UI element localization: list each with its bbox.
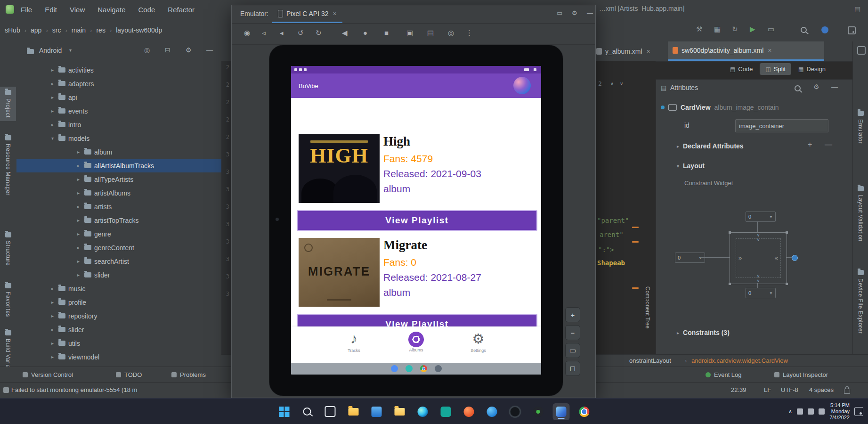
tool-button-problems[interactable]: Problems [171, 367, 206, 383]
margin-top-select[interactable]: 0 ▼ [746, 212, 776, 222]
network-icon[interactable] [797, 408, 803, 415]
tool-window-tab-resource-manager[interactable]: Resource Manager [0, 132, 16, 199]
chevron-right-icon[interactable]: ▸ [75, 245, 81, 250]
chrome-app-icon[interactable] [420, 365, 427, 372]
tree-item-repository[interactable]: ▸repository [16, 309, 221, 323]
collapse-all-icon[interactable]: ⊟ [165, 46, 170, 54]
profile-icon[interactable] [821, 26, 828, 33]
volume-icon[interactable] [808, 408, 814, 415]
tool-button-version-control[interactable]: Version Control [23, 367, 73, 383]
tree-item-slider[interactable]: ▸slider [16, 268, 221, 282]
chevron-right-icon[interactable]: ▸ [75, 149, 81, 155]
tree-item-activities[interactable]: ▸activities [16, 63, 221, 77]
task-view-icon[interactable] [322, 403, 339, 420]
tree-item-adapters[interactable]: ▸adapters [16, 77, 221, 90]
tree-item-searchArtist[interactable]: ▸searchArtist [16, 254, 221, 268]
build-hammer-icon[interactable]: ⚒ [696, 25, 702, 33]
tree-item-allArtistAlbumTracks[interactable]: ▸allArtistAlbumTracks [16, 159, 221, 172]
status-grid-icon[interactable] [3, 387, 9, 393]
more-icon[interactable]: ⋮ [466, 29, 473, 37]
breadcrumb-item[interactable]: main [72, 26, 86, 34]
chevron-right-icon[interactable]: ▸ [49, 300, 56, 305]
power-icon[interactable]: ◉ [244, 29, 250, 37]
chevron-right-icon[interactable]: ▸ [677, 144, 679, 149]
tree-item-viewmodel[interactable]: ▸viewmodel [16, 350, 221, 364]
tree-item-profile[interactable]: ▸profile [16, 295, 221, 309]
close-icon[interactable]: × [768, 47, 771, 54]
chevron-right-icon[interactable]: ▸ [75, 190, 81, 196]
margin-bottom-select[interactable]: 0 ▼ [746, 288, 776, 298]
hide-panel-icon[interactable]: — [831, 83, 838, 90]
menu-item-navigate[interactable]: Navigate [97, 6, 125, 14]
chevron-up-icon[interactable]: ∧ [610, 81, 614, 86]
id-input[interactable] [735, 119, 828, 132]
gear-icon[interactable]: ⚙ [186, 46, 192, 54]
tree-item-album[interactable]: ▸album [16, 145, 221, 159]
chevron-right-icon[interactable]: ▸ [75, 218, 81, 223]
chevron-right-icon[interactable]: ▸ [49, 286, 56, 291]
hide-panel-icon[interactable]: — [206, 46, 213, 54]
chevron-right-icon[interactable]: ▸ [49, 95, 56, 100]
close-icon[interactable]: × [647, 48, 650, 55]
search-icon[interactable] [299, 403, 316, 420]
menu-item-edit[interactable]: Edit [45, 6, 57, 14]
file-explorer-icon[interactable] [345, 403, 362, 420]
app-green-icon[interactable] [529, 403, 546, 420]
status-encoding[interactable]: UTF-8 [781, 386, 798, 393]
chevron-right-icon[interactable]: ▸ [677, 330, 679, 335]
titlebar-icon[interactable]: ▤ [854, 5, 860, 13]
chevron-right-icon[interactable]: ▸ [75, 204, 81, 209]
tree-item-music[interactable]: ▸music [16, 282, 221, 295]
chevron-right-icon[interactable]: ▸ [75, 177, 81, 182]
spring-icon[interactable]: ∨ [757, 238, 760, 242]
fullscreen-button[interactable]: ◻ [565, 361, 580, 376]
rotate-ccw-icon[interactable]: ↺ [298, 29, 304, 37]
spring-icon[interactable]: « [775, 254, 778, 261]
tool-window-tab-layout-validation[interactable]: Layout Validation [853, 183, 868, 245]
app-orange-icon[interactable] [460, 403, 477, 420]
anchor-icon[interactable] [786, 231, 788, 234]
edge-icon[interactable] [414, 403, 431, 420]
zoom-in-button[interactable]: + [565, 307, 580, 322]
chevron-right-icon[interactable]: ▸ [75, 231, 81, 236]
tree-item-slider[interactable]: ▸slider [16, 323, 221, 336]
tree-item-artistTopTracks[interactable]: ▸artistTopTracks [16, 213, 221, 227]
app-teal-icon[interactable] [437, 403, 454, 420]
camera-icon[interactable]: ▣ [406, 29, 413, 37]
declared-attributes-section[interactable]: ▸ Declared Attributes [677, 142, 744, 150]
constraints-section[interactable]: ▸ Constraints (3) [677, 329, 730, 336]
chevron-down-icon[interactable]: ▾ [677, 163, 679, 169]
tree-item-utils[interactable]: ▸utils [16, 336, 221, 350]
view-mode-design[interactable]: ▦Design [793, 63, 831, 75]
rotate-cw-icon[interactable]: ↻ [316, 29, 322, 37]
tool-window-tab-emulator[interactable]: Emulator [853, 107, 868, 147]
remove-attribute-button[interactable]: — [825, 140, 832, 149]
constraint-widget[interactable]: ∨ ∨ ∨ ∨ » « [730, 232, 787, 284]
menu-item-file[interactable]: File [21, 6, 32, 14]
tree-item-events[interactable]: ▸events [16, 104, 221, 118]
gear-icon[interactable]: ⚙ [813, 83, 819, 90]
tree-item-api[interactable]: ▸api [16, 90, 221, 104]
layout-inspector-icon[interactable]: ▭ [768, 25, 774, 33]
android-studio-icon[interactable] [552, 403, 569, 420]
view-mode-code[interactable]: ▤Code [724, 63, 758, 75]
tree-item-genreContent[interactable]: ▸genreContent [16, 241, 221, 254]
nav-item-tracks[interactable]: ♪Tracks [337, 331, 371, 367]
status-clock[interactable]: 22:39 [731, 386, 746, 393]
tool-window-tab-structure[interactable]: Structure [0, 229, 16, 269]
breadcrumb-current[interactable]: androidx.cardview.widget.CardView [691, 357, 788, 364]
battery-icon[interactable] [819, 408, 825, 415]
menu-item-view[interactable]: View [70, 6, 85, 14]
profile-avatar[interactable] [513, 77, 531, 94]
chevron-right-icon[interactable]: ▸ [49, 327, 56, 332]
snapshot-icon[interactable]: ◎ [448, 29, 454, 37]
app-dark-icon[interactable] [506, 403, 523, 420]
chrome-icon[interactable] [576, 403, 592, 420]
constraint-anchor-right[interactable] [792, 255, 798, 261]
menu-item-refactor[interactable]: Refactor [168, 6, 195, 14]
notifications-icon[interactable] [854, 407, 863, 416]
layout-section[interactable]: ▾ Layout [677, 162, 705, 170]
camera-app-icon[interactable] [435, 365, 442, 372]
minimize-icon[interactable]: — [587, 9, 593, 16]
volume-down-icon[interactable]: ◃ [262, 29, 266, 37]
